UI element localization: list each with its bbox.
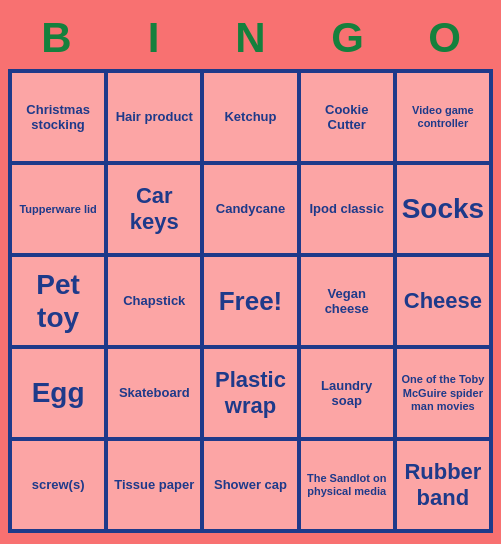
bingo-cell-2: Ketchup bbox=[202, 71, 298, 163]
bingo-cell-3: Cookie Cutter bbox=[299, 71, 395, 163]
letter-o: O bbox=[396, 11, 493, 65]
bingo-cell-0: Christmas stocking bbox=[10, 71, 106, 163]
bingo-cell-8: Ipod classic bbox=[299, 163, 395, 255]
bingo-grid: Christmas stockingHair productKetchupCoo… bbox=[8, 69, 493, 533]
letter-n: N bbox=[202, 11, 299, 65]
bingo-cell-18: Laundry soap bbox=[299, 347, 395, 439]
bingo-cell-17: Plastic wrap bbox=[202, 347, 298, 439]
letter-b: B bbox=[8, 11, 105, 65]
bingo-cell-4: Video game controller bbox=[395, 71, 491, 163]
letter-i: I bbox=[105, 11, 202, 65]
bingo-cell-6: Car keys bbox=[106, 163, 202, 255]
bingo-cell-15: Egg bbox=[10, 347, 106, 439]
bingo-cell-22: Shower cap bbox=[202, 439, 298, 531]
bingo-cell-24: Rubber band bbox=[395, 439, 491, 531]
bingo-cell-13: Vegan cheese bbox=[299, 255, 395, 347]
bingo-cell-11: Chapstick bbox=[106, 255, 202, 347]
bingo-cell-10: Pet toy bbox=[10, 255, 106, 347]
bingo-cell-9: Socks bbox=[395, 163, 491, 255]
bingo-card: B I N G O Christmas stockingHair product… bbox=[0, 3, 501, 541]
bingo-cell-1: Hair product bbox=[106, 71, 202, 163]
bingo-header: B I N G O bbox=[8, 11, 493, 65]
bingo-cell-5: Tupperware lid bbox=[10, 163, 106, 255]
bingo-cell-16: Skateboard bbox=[106, 347, 202, 439]
bingo-cell-12: Free! bbox=[202, 255, 298, 347]
bingo-cell-23: The Sandlot on physical media bbox=[299, 439, 395, 531]
bingo-cell-20: screw(s) bbox=[10, 439, 106, 531]
bingo-cell-19: One of the Toby McGuire spider man movie… bbox=[395, 347, 491, 439]
letter-g: G bbox=[299, 11, 396, 65]
bingo-cell-14: Cheese bbox=[395, 255, 491, 347]
bingo-cell-7: Candycane bbox=[202, 163, 298, 255]
bingo-cell-21: Tissue paper bbox=[106, 439, 202, 531]
